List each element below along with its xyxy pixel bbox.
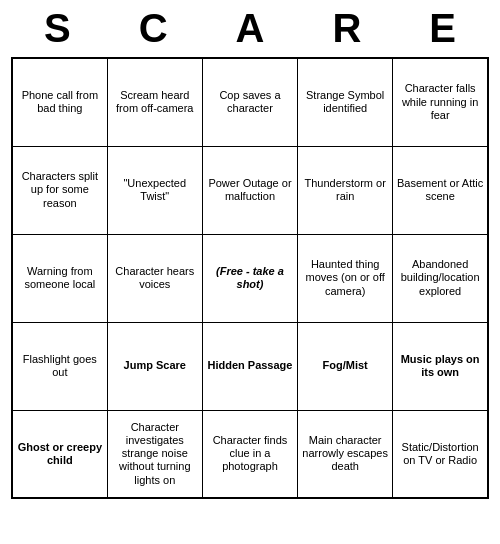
- bingo-cell[interactable]: Character finds clue in a photograph: [202, 410, 297, 498]
- table-row: Ghost or creepy childCharacter investiga…: [12, 410, 488, 498]
- bingo-cell[interactable]: Character hears voices: [107, 234, 202, 322]
- bingo-cell[interactable]: Characters split up for some reason: [12, 146, 107, 234]
- bingo-cell[interactable]: Phone call from bad thing: [12, 58, 107, 146]
- bingo-cell[interactable]: Scream heard from off-camera: [107, 58, 202, 146]
- header-letter: S: [44, 6, 71, 51]
- table-row: Phone call from bad thingScream heard fr…: [12, 58, 488, 146]
- bingo-cell[interactable]: Hidden Passage: [202, 322, 297, 410]
- header-letter: A: [236, 6, 265, 51]
- bingo-cell[interactable]: Character falls while running in fear: [393, 58, 488, 146]
- bingo-cell[interactable]: Main character narrowly escapes death: [298, 410, 393, 498]
- bingo-cell[interactable]: Jump Scare: [107, 322, 202, 410]
- bingo-cell[interactable]: Music plays on its own: [393, 322, 488, 410]
- header-letter: E: [429, 6, 456, 51]
- bingo-table: Phone call from bad thingScream heard fr…: [11, 57, 489, 499]
- bingo-cell[interactable]: Power Outage or malfuction: [202, 146, 297, 234]
- bingo-cell[interactable]: Fog/Mist: [298, 322, 393, 410]
- bingo-cell[interactable]: Basement or Attic scene: [393, 146, 488, 234]
- bingo-cell[interactable]: Character investigates strange noise wit…: [107, 410, 202, 498]
- bingo-cell[interactable]: (Free - take a shot): [202, 234, 297, 322]
- bingo-cell[interactable]: Flashlight goes out: [12, 322, 107, 410]
- bingo-cell[interactable]: Warning from someone local: [12, 234, 107, 322]
- table-row: Warning from someone localCharacter hear…: [12, 234, 488, 322]
- table-row: Flashlight goes outJump ScareHidden Pass…: [12, 322, 488, 410]
- bingo-cell[interactable]: Haunted thing moves (on or off camera): [298, 234, 393, 322]
- bingo-cell[interactable]: Thunderstorm or rain: [298, 146, 393, 234]
- bingo-cell[interactable]: Abandoned building/location explored: [393, 234, 488, 322]
- header-letter: R: [332, 6, 361, 51]
- bingo-cell[interactable]: Strange Symbol identified: [298, 58, 393, 146]
- table-row: Characters split up for some reason"Unex…: [12, 146, 488, 234]
- header-letter: C: [139, 6, 168, 51]
- bingo-cell[interactable]: Ghost or creepy child: [12, 410, 107, 498]
- bingo-cell[interactable]: Cop saves a character: [202, 58, 297, 146]
- bingo-cell[interactable]: "Unexpected Twist": [107, 146, 202, 234]
- bingo-header: SCARE: [0, 0, 500, 57]
- bingo-cell[interactable]: Static/Distortion on TV or Radio: [393, 410, 488, 498]
